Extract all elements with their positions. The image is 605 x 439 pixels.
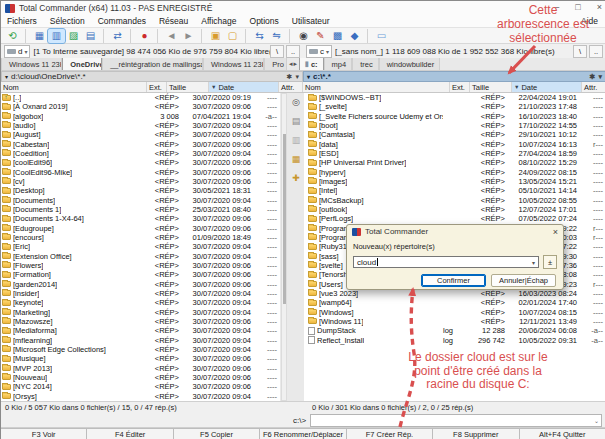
- file-row[interactable]: [MCsBackup] <RÉP> 10/05/2022 08:55 ----: [307, 196, 605, 205]
- file-row[interactable]: [MVP 2013] <RÉP> 30/07/2020 09:06 ----: [1, 364, 280, 373]
- toolbar-button[interactable]: ◉: [295, 29, 312, 43]
- file-row[interactable]: [Edugroupe] <RÉP> 30/07/2020 09:06 ----: [1, 224, 280, 233]
- file-row[interactable]: [À Oxnard 2019] <RÉP> 30/07/2020 09:06 -…: [1, 102, 280, 111]
- function-key-button[interactable]: F7 Créer Rép.: [347, 428, 433, 439]
- toolbar-button[interactable]: ▤: [292, 116, 301, 126]
- file-row[interactable]: [Orsys] <RÉP> 30/07/2020 09:04 ----: [1, 392, 280, 401]
- tab-scroll-right-button[interactable]: ▸: [294, 60, 298, 68]
- file-row[interactable]: [garden2014] <RÉP> 30/07/2020 09:06 ----: [1, 280, 280, 289]
- favorites-button[interactable]: ✱: [287, 73, 293, 81]
- file-row[interactable]: [outlook] <RÉP> 12/07/2024 17:01 ----: [307, 205, 605, 214]
- expand-button[interactable]: ±: [543, 255, 557, 269]
- menu-item[interactable]: Réseau: [159, 16, 188, 26]
- file-row[interactable]: [Documents] <RÉP> 30/07/2020 09:04 ----: [1, 196, 280, 205]
- file-row[interactable]: [coolEdit96] <RÉP> 30/07/2020 09:06 ----: [1, 158, 280, 167]
- file-row[interactable]: [CoolEdit96-Mike] <RÉP> 30/07/2020 09:06…: [1, 168, 280, 177]
- menu-item[interactable]: Options: [250, 16, 279, 26]
- file-row[interactable]: [data] <RÉP> 10/07/2024 16:13 r---: [307, 140, 605, 149]
- toolbar-button[interactable]: ▣: [207, 29, 224, 43]
- close-button[interactable]: ×: [597, 2, 602, 12]
- toolbar-button[interactable]: ✎: [312, 29, 329, 43]
- file-row[interactable]: [Intel] <RÉP> 05/10/2021 14:14 ----: [307, 186, 605, 195]
- confirm-button[interactable]: Confirmer: [421, 274, 486, 287]
- file-row[interactable]: [Marketing] <RÉP> 30/07/2020 09:04 ----: [1, 308, 280, 317]
- favorites-button[interactable]: ✱: [590, 73, 596, 81]
- folder-tab[interactable]: Windows 11 23H2: [1, 58, 62, 70]
- file-row[interactable]: [algobox] 3 008 07/04/2021 19:04 -a--: [1, 112, 280, 121]
- file-row[interactable]: DumpStack log 12 288 20/06/2024 06:08 -a…: [307, 326, 605, 335]
- toolbar-button[interactable]: ▩: [329, 29, 346, 43]
- file-row[interactable]: [ESD] <RÉP> 27/04/2024 18:59 ----: [307, 149, 605, 158]
- toolbar-button[interactable]: ▥: [48, 29, 65, 43]
- toolbar-button[interactable]: ◄: [163, 29, 180, 43]
- toolbar-button[interactable]: ▨: [65, 29, 82, 43]
- file-row[interactable]: [Coédition] <RÉP> 30/07/2020 09:04 ----: [1, 149, 280, 158]
- function-key-button[interactable]: F6 Renommer/Déplacer: [260, 428, 346, 439]
- chevron-down-icon[interactable]: ⌄: [594, 417, 601, 424]
- menu-item[interactable]: Commandes: [98, 16, 146, 26]
- file-row[interactable]: [images] <RÉP> 13/05/2024 15:21 ----: [307, 177, 605, 186]
- file-row[interactable]: [Mediaforma] <RÉP> 30/07/2020 09:04 ----: [1, 326, 280, 335]
- cancel-button[interactable]: Annuler|Échap: [491, 274, 556, 287]
- toolbar-button[interactable]: ◎: [292, 97, 300, 107]
- toolbar-button[interactable]: ▭: [373, 29, 390, 43]
- command-line-input[interactable]: [311, 416, 594, 425]
- dialog-close-button[interactable]: ×: [553, 227, 558, 237]
- file-row[interactable]: [Windows] <RÉP> 10/07/2024 08:15 ----: [307, 308, 605, 317]
- menu-item[interactable]: Utilisateur: [292, 16, 330, 26]
- file-row[interactable]: [cv] <RÉP> 30/07/2020 09:06 ----: [1, 177, 280, 186]
- file-row[interactable]: [August] <RÉP> 30/07/2020 09:04 ----: [1, 130, 280, 139]
- toolbar-button[interactable]: ⟲: [4, 29, 26, 43]
- file-row[interactable]: [Nouveau] <RÉP> 30/07/2020 09:06 ----: [1, 373, 280, 382]
- column-header-date[interactable]: ▼Date: [512, 82, 582, 92]
- toolbar-button[interactable]: ●: [136, 29, 158, 43]
- go-up-button-right[interactable]: ..: [589, 45, 603, 58]
- left-path-bar[interactable]: ▾ d:\cloud\OneDrive\*.* ✱ ▾: [1, 71, 303, 82]
- function-key-button[interactable]: F8 Supprimer: [433, 428, 519, 439]
- column-header-ext[interactable]: Ext.: [450, 82, 470, 92]
- function-key-button[interactable]: F3 Voir: [1, 428, 87, 439]
- folder-tab[interactable]: Pro: [264, 58, 287, 70]
- file-row[interactable]: [Extension Office] <RÉP> 30/07/2020 09:0…: [1, 252, 280, 261]
- scrollbar-thumb[interactable]: [283, 134, 286, 304]
- file-row[interactable]: [..] <RÉP> 30/07/2020 09:19 ----: [1, 93, 280, 102]
- file-row[interactable]: [hyperv] <RÉP> 24/09/2022 08:15 ----: [307, 168, 605, 177]
- file-row[interactable]: [Documents 1-X4-64] <RÉP> 30/07/2020 09:…: [1, 214, 280, 223]
- file-row[interactable]: [Windows 11] <RÉP> 12/11/2021 13:49 ----: [307, 317, 605, 326]
- right-path-bar-selected[interactable]: ▾ c:\*.* ✱ ▾: [303, 71, 605, 82]
- file-row[interactable]: [NYC 2014] <RÉP> 30/07/2020 09:06 ----: [1, 382, 280, 391]
- file-row[interactable]: [vue3 2023] <RÉP> 16/03/2023 08:24 ----: [307, 289, 605, 298]
- folder-tab[interactable]: __réintégration de mailingsans4..: [102, 58, 203, 70]
- column-header-ext[interactable]: Ext.: [147, 82, 167, 92]
- column-header-attr[interactable]: Attr.: [582, 82, 605, 92]
- minimize-button[interactable]: –: [554, 2, 559, 12]
- file-row[interactable]: [Musique] <RÉP> 30/07/2020 09:06 ----: [1, 354, 280, 363]
- folder-tab[interactable]: Windows 11 23H2: [203, 58, 264, 70]
- menu-item[interactable]: Fichiers: [7, 16, 37, 26]
- toolbar-button[interactable]: ◆: [346, 29, 368, 43]
- file-row[interactable]: [Formation] <RÉP> 30/07/2020 09:06 ----: [1, 270, 280, 279]
- file-row[interactable]: [_Svelte Fichers source Udemy et Orsys] …: [307, 112, 605, 121]
- toolbar-button[interactable]: ▦: [31, 29, 48, 43]
- file-row[interactable]: [insider] <RÉP> 30/07/2020 09:04 ----: [1, 289, 280, 298]
- history-button[interactable]: ▾: [598, 73, 602, 81]
- folder-tab[interactable]: OneDrive: [62, 58, 102, 70]
- left-panel-scrollbar[interactable]: [281, 93, 287, 401]
- folder-tab[interactable]: trec: [352, 58, 379, 70]
- column-header-name[interactable]: Nom: [1, 82, 147, 92]
- folder-tab[interactable]: mp4: [324, 58, 353, 70]
- toolbar-button[interactable]: ►: [180, 29, 202, 43]
- file-row[interactable]: [Camtasia] <RÉP> 29/10/2021 10:12 ----: [307, 130, 605, 139]
- toolbar-button[interactable]: ✚: [292, 173, 300, 183]
- file-row[interactable]: [mflearning] <RÉP> 30/07/2020 09:04 ----: [1, 336, 280, 345]
- file-row[interactable]: [_svelte] <RÉP> 21/10/2023 17:48 ----: [307, 102, 605, 111]
- file-row[interactable]: [HP Universal Print Driver] <RÉP> 08/10/…: [307, 158, 605, 167]
- drive-selector-right[interactable]: c ▾: [306, 45, 332, 58]
- toolbar-button[interactable]: ⇆: [251, 29, 268, 43]
- folder-tab[interactable]: ▮c:: [299, 58, 324, 70]
- file-row[interactable]: Reflect_Install log 296 742 10/05/2022 0…: [307, 336, 605, 345]
- column-header-size[interactable]: Taille: [470, 82, 512, 92]
- history-button[interactable]: ▾: [295, 73, 299, 81]
- toolbar-button[interactable]: ▤: [82, 29, 104, 43]
- file-row[interactable]: [Documents 1] <RÉP> 25/03/2021 08:40 ---…: [1, 205, 280, 214]
